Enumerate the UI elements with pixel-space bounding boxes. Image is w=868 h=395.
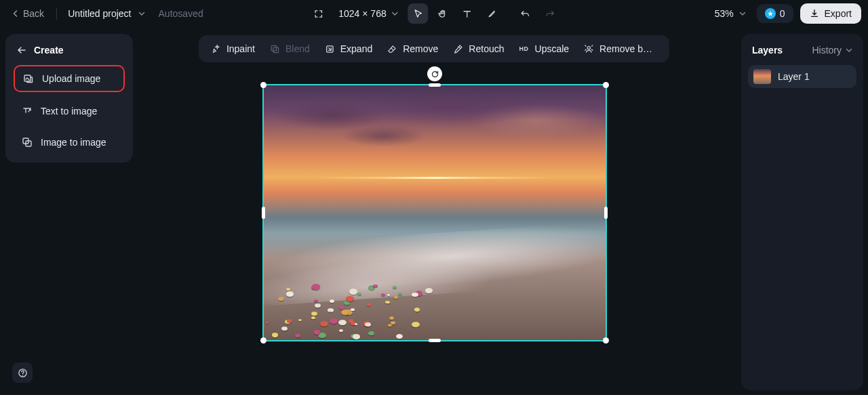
image-to-image-label: Image to image <box>41 137 106 148</box>
rotate-handle[interactable] <box>427 66 442 81</box>
zoom-selector[interactable]: 53% <box>711 5 750 22</box>
export-button[interactable]: Export <box>800 3 861 24</box>
text-to-image-icon <box>22 106 33 117</box>
credits-icon <box>765 8 776 19</box>
image-to-image-icon <box>22 137 33 148</box>
divider <box>56 7 57 20</box>
upload-image-label: Upload image <box>42 73 100 84</box>
center-toolbar: 1024 × 768 <box>308 3 559 24</box>
back-button[interactable]: Back <box>7 5 50 22</box>
history-label: History <box>812 45 842 56</box>
layers-title: Layers <box>752 45 783 56</box>
layer-image <box>264 85 606 340</box>
create-title: Create <box>34 45 64 56</box>
resize-handle-sw[interactable] <box>260 337 267 344</box>
undo-button[interactable] <box>515 3 536 24</box>
resize-handle-se[interactable] <box>603 337 609 344</box>
back-label: Back <box>23 8 44 19</box>
layer-item[interactable]: Layer 1 <box>748 65 856 88</box>
redo-button[interactable] <box>540 3 560 24</box>
text-to-image-label: Text to image <box>41 106 97 117</box>
image-to-image-button[interactable]: Image to image <box>14 130 125 154</box>
layer-label: Layer 1 <box>778 71 810 82</box>
download-icon <box>810 9 819 18</box>
help-button[interactable] <box>12 362 33 383</box>
canvas-dimensions: 1024 × 768 <box>338 8 386 19</box>
canvas-dimensions-selector[interactable]: 1024 × 768 <box>333 4 403 23</box>
chevron-down-icon <box>846 47 852 54</box>
top-bar: Back Untitled project Autosaved 1024 × 7… <box>0 0 868 27</box>
resize-handle-s[interactable] <box>429 339 441 342</box>
upload-image-icon <box>23 73 34 84</box>
resize-handle-nw[interactable] <box>260 82 267 88</box>
credits-button[interactable]: 0 <box>757 4 793 23</box>
autosave-status: Autosaved <box>159 8 203 19</box>
canvas[interactable] <box>139 27 738 395</box>
project-name-selector[interactable]: Untitled project <box>64 5 149 22</box>
chevron-left-icon <box>12 10 19 17</box>
cursor-tool[interactable] <box>408 3 429 24</box>
layers-panel: Layers History Layer 1 <box>741 34 863 390</box>
back-arrow-icon <box>16 45 27 56</box>
chevron-down-icon <box>138 10 145 17</box>
layer-thumbnail <box>753 69 771 84</box>
export-label: Export <box>825 8 852 19</box>
text-to-image-button[interactable]: Text to image <box>14 99 125 123</box>
fit-icon <box>313 9 323 19</box>
right-toolbar: 53% 0 Export <box>711 3 861 24</box>
resize-handle-ne[interactable] <box>603 82 609 88</box>
selected-layer-frame[interactable] <box>262 84 607 341</box>
resize-handle-e[interactable] <box>604 207 608 219</box>
help-icon <box>18 368 28 378</box>
zoom-value: 53% <box>715 8 734 19</box>
resize-handle-n[interactable] <box>429 83 441 87</box>
credits-count: 0 <box>780 8 785 19</box>
create-panel: Create Upload image Text to image Image … <box>5 34 133 163</box>
brush-tool[interactable] <box>481 3 502 24</box>
project-name: Untitled project <box>68 8 131 19</box>
history-button[interactable]: History <box>812 45 852 56</box>
chevron-down-icon <box>392 10 399 17</box>
resize-handle-w[interactable] <box>262 207 265 219</box>
fit-screen-button[interactable] <box>308 5 329 23</box>
chevron-down-icon <box>739 10 746 17</box>
hand-tool[interactable] <box>433 3 453 24</box>
create-header: Create <box>16 45 122 56</box>
text-tool[interactable] <box>457 3 477 24</box>
upload-image-button[interactable]: Upload image <box>14 65 125 92</box>
